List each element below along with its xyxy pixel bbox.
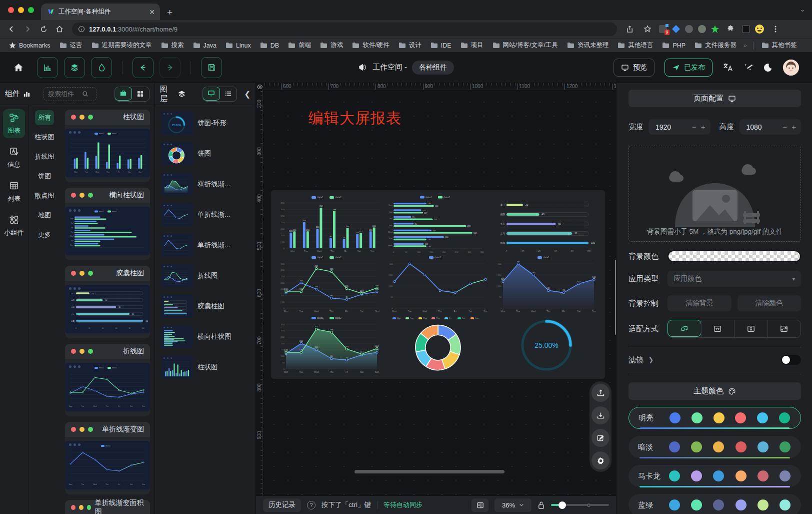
help-icon[interactable]: ? xyxy=(307,501,316,509)
dashboard-chart-area2[interactable]: data1data2050100150200250300350120200150… xyxy=(275,315,384,375)
undo-button[interactable] xyxy=(132,57,154,78)
right-panel-toggle[interactable] xyxy=(472,498,488,512)
canvas-grid[interactable]: 编辑大屏报表 data1data205010015020025030035012… xyxy=(263,90,616,495)
minimize-window-button[interactable] xyxy=(18,7,24,13)
zoom-lock-icon[interactable] xyxy=(538,501,545,509)
share-icon[interactable] xyxy=(623,23,636,36)
category-更多[interactable]: 更多 xyxy=(35,227,54,242)
rail-item-小组件[interactable]: 小组件 xyxy=(3,211,25,240)
tab-search-chevron-icon[interactable]: ⌄ xyxy=(800,6,805,13)
layers-tool-button[interactable] xyxy=(64,57,85,78)
layer-item[interactable]: 胶囊柱图 xyxy=(159,293,252,319)
doc-name-badge[interactable]: 各种组件 xyxy=(412,61,454,75)
site-info-icon[interactable] xyxy=(78,26,85,33)
dashboard-chart-capsule[interactable]: 厦门20南阳40北京60上海80新疆100020406080100 xyxy=(492,194,601,254)
extension-star-icon[interactable] xyxy=(711,25,719,33)
bookmark-folder[interactable]: 其他语言 xyxy=(614,40,657,51)
clear-background-button[interactable]: 清除背景 xyxy=(668,295,732,311)
layer-list-view-button[interactable] xyxy=(220,87,237,101)
chevron-right-icon[interactable]: ❯ xyxy=(648,356,654,363)
height-input[interactable]: 1080 −+ xyxy=(740,119,802,135)
editor-canvas[interactable]: 6007008009001000110012001300 20030040050… xyxy=(256,83,616,514)
fit-width-button[interactable] xyxy=(701,320,734,337)
profile-avatar[interactable] xyxy=(755,25,764,34)
dashboard-preview[interactable]: data1data2050100150200250300350120200150… xyxy=(271,190,605,379)
category-散点图[interactable]: 散点图 xyxy=(32,188,58,203)
theme-row-明亮[interactable]: 明亮 xyxy=(628,407,801,429)
filter-tool-button[interactable] xyxy=(91,57,112,78)
save-button[interactable] xyxy=(201,57,222,78)
layer-item[interactable]: 单折线渐... xyxy=(159,202,252,228)
close-window-button[interactable] xyxy=(8,7,14,13)
bookmark-folder[interactable]: 文件服务器 xyxy=(690,40,740,51)
settings-gear-icon[interactable] xyxy=(592,451,610,469)
user-avatar[interactable] xyxy=(783,60,799,76)
toolbox-view-button[interactable] xyxy=(114,87,132,101)
redo-button[interactable] xyxy=(160,57,180,78)
bookmark-folder[interactable]: PHP xyxy=(658,41,690,50)
dark-mode-moon-icon[interactable] xyxy=(763,63,773,73)
rail-item-列表[interactable]: 列表 xyxy=(3,177,25,206)
preview-button[interactable]: 预览 xyxy=(614,59,654,77)
bookmark-folder[interactable]: 游戏 xyxy=(316,40,347,51)
width-decrement[interactable]: − xyxy=(692,123,696,131)
address-bar[interactable]: 127.0.0.1:3000/#/chart/home/9 xyxy=(72,23,617,36)
bookmark-folder[interactable]: 软件/硬件 xyxy=(348,40,393,51)
bookmark-folder[interactable]: 运营 xyxy=(56,40,86,51)
edit-icon[interactable] xyxy=(592,429,610,447)
bookmarks-root[interactable]: Bookmarks xyxy=(5,41,54,50)
component-card-柱状图[interactable]: 柱状图 data1data2MonTueWedThuFriSatSun xyxy=(65,110,150,182)
layer-item[interactable]: 25.00% 饼图-环形 xyxy=(159,110,252,136)
extension-kite-icon[interactable] xyxy=(672,25,680,33)
bookmark-folder[interactable]: 设计 xyxy=(394,40,426,51)
category-所有[interactable]: 所有 xyxy=(35,110,54,125)
component-card-胶囊柱图[interactable]: 胶囊柱图 厦门20南阳40北京60上海80新疆100020406080100 xyxy=(65,266,150,338)
category-折线图[interactable]: 折线图 xyxy=(32,149,58,164)
bookmark-folder[interactable]: 搜索 xyxy=(157,40,188,51)
collapse-panel-icon[interactable]: ❮ xyxy=(244,90,250,99)
category-地图[interactable]: 地图 xyxy=(35,208,54,223)
reload-button[interactable] xyxy=(37,23,50,36)
tab-close-icon[interactable]: ✕ xyxy=(149,8,155,16)
dashboard-chart-hbar[interactable]: data1data2Mon120130Tue200130Wed150312Thu… xyxy=(384,194,492,254)
fit-stretch-button[interactable] xyxy=(768,320,801,337)
filter-toggle[interactable] xyxy=(781,355,801,365)
category-饼图[interactable]: 饼图 xyxy=(35,169,54,184)
background-upload-dropzone[interactable]: 背景图需小于 5M ，格式为 png/jpg/gif 的文件 xyxy=(628,146,801,242)
search-input[interactable] xyxy=(48,90,80,98)
bookmark-folder[interactable]: Linux xyxy=(222,41,255,50)
canvas-horizontal-scrollbar[interactable] xyxy=(354,470,504,473)
other-bookmarks[interactable]: 其他书签 xyxy=(758,40,801,51)
extension-circle-icon[interactable] xyxy=(685,25,693,33)
category-柱状图[interactable]: 柱状图 xyxy=(32,130,58,145)
fit-scale-button[interactable] xyxy=(668,320,702,337)
component-card-单折线渐变图[interactable]: 单折线渐变图 data1MonTueWedThuFriSatSun xyxy=(65,422,150,494)
bookmark-folder[interactable]: 近期需要读的文章 xyxy=(88,40,156,51)
theme-row-马卡龙[interactable]: 马卡龙 xyxy=(628,465,801,487)
dashboard-chart-gauge[interactable]: 25.00% xyxy=(492,315,601,375)
zoom-level-select[interactable]: 36% xyxy=(494,498,532,512)
layer-item[interactable]: 双折线渐... xyxy=(159,171,252,197)
new-tab-button[interactable]: + xyxy=(160,7,180,20)
extension-green-circle-icon[interactable] xyxy=(698,25,706,33)
extension-tampermonkey-icon[interactable]: 9 xyxy=(659,25,667,33)
forward-button[interactable] xyxy=(21,23,34,36)
bookmarks-overflow-chevron[interactable]: » xyxy=(742,42,749,49)
bookmark-folder[interactable]: IDE xyxy=(426,41,456,50)
bookmark-folder[interactable]: 前端 xyxy=(284,40,315,51)
import-icon[interactable] xyxy=(592,384,610,402)
zoom-slider[interactable] xyxy=(551,504,609,506)
extensions-puzzle-icon[interactable] xyxy=(724,23,737,36)
publish-button[interactable]: 已发布 xyxy=(664,59,712,77)
maximize-window-button[interactable] xyxy=(28,7,34,13)
theme-color-header[interactable]: 主题颜色 xyxy=(628,382,801,400)
dashboard-chart-area1[interactable]: data10501001502001202001508070110130MonT… xyxy=(492,254,601,314)
dashboard-chart-line1[interactable]: data1050100150200MonTueWedThuFriSatSun xyxy=(384,254,492,314)
width-increment[interactable]: + xyxy=(701,123,706,131)
bookmark-folder[interactable]: DB xyxy=(256,41,283,50)
theme-row-暗淡[interactable]: 暗淡 xyxy=(628,436,801,458)
home-button[interactable] xyxy=(53,23,66,36)
language-icon[interactable] xyxy=(722,62,733,73)
bookmark-folder[interactable]: 网站/博客/文章/工具 xyxy=(488,40,562,51)
history-button[interactable]: 历史记录 xyxy=(263,498,301,512)
